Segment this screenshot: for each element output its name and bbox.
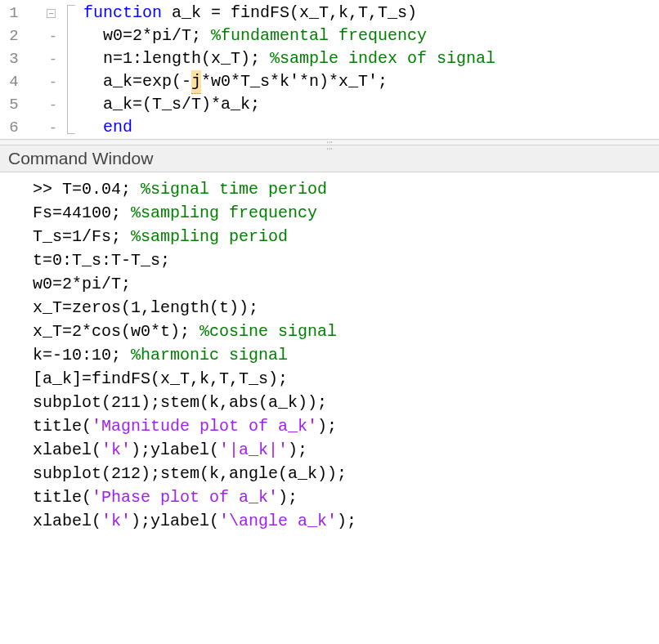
string: 'k': [101, 441, 131, 459]
fold-marker: -: [28, 70, 57, 93]
keyword: function: [83, 2, 162, 25]
code-text: );ylabel(: [131, 441, 219, 459]
code-text: Fs=44100;: [33, 203, 131, 222]
code-text: a_k = findFS(x_T,k,T,T_s): [162, 2, 417, 25]
code-text: );: [278, 488, 298, 507]
fold-marker: -: [28, 47, 57, 70]
command-line[interactable]: [a_k]=findFS(x_T,k,T,T_s);: [33, 367, 659, 391]
code-text: T_s=1/Fs;: [33, 227, 131, 246]
code-text: title(: [33, 417, 92, 436]
code-line[interactable]: a_k=(T_s/T)*a_k;: [59, 93, 659, 116]
code-text: w0=2*pi/T;: [83, 25, 211, 47]
code-text: [83, 116, 103, 139]
comment: %sampling period: [131, 227, 288, 246]
command-line[interactable]: xlabel('k');ylabel('\angle a_k');: [33, 509, 659, 533]
code-text: x_T=2*cos(w0*t);: [33, 322, 199, 341]
code-line[interactable]: function a_k = findFS(x_T,k,T,T_s): [59, 2, 659, 25]
code-text: xlabel(: [33, 441, 101, 459]
comment: %harmonic signal: [131, 346, 288, 364]
line-number: 3: [0, 47, 28, 70]
command-line[interactable]: subplot(212);stem(k,angle(a_k));: [33, 462, 659, 485]
string: 'Phase plot of a_k': [92, 488, 278, 507]
code-text: xlabel(: [33, 512, 101, 530]
code-line[interactable]: n=1:length(x_T); %sample index of signal: [59, 47, 659, 70]
comment: %signal time period: [141, 180, 327, 199]
command-line[interactable]: k=-10:10; %harmonic signal: [33, 343, 659, 367]
line-number: 4: [0, 70, 28, 93]
code-line[interactable]: a_k=exp(-j*w0*T_s*k'*n)*x_T';: [59, 70, 659, 93]
code-text: );: [288, 441, 307, 459]
fold-toggle[interactable]: −: [28, 2, 57, 25]
code-text: a_k=exp(-: [83, 70, 191, 93]
pane-divider[interactable]: [0, 139, 659, 145]
command-line[interactable]: subplot(211);stem(k,abs(a_k));: [33, 391, 659, 414]
code-text: );: [337, 512, 356, 530]
line-number: 2: [0, 25, 28, 47]
code-line[interactable]: end: [59, 116, 659, 139]
code-text: subplot(212);stem(k,angle(a_k));: [33, 464, 347, 483]
comment: %sampling frequency: [131, 203, 317, 222]
command-line[interactable]: title('Magnitude plot of a_k');: [33, 414, 659, 438]
code-text: w0=2*pi/T;: [33, 275, 131, 293]
fold-marker: -: [28, 25, 57, 47]
comment: %cosine signal: [199, 322, 337, 341]
drag-handle-icon: [317, 141, 342, 145]
code-editor[interactable]: function a_k = findFS(x_T,k,T,T_s) w0=2*…: [57, 0, 659, 139]
code-line[interactable]: w0=2*pi/T; %fundamental frequency: [59, 25, 659, 47]
command-line[interactable]: t=0:T_s:T-T_s;: [33, 248, 659, 272]
fold-marker: -: [28, 116, 57, 139]
code-text: *w0*T_s*k'*n)*x_T';: [201, 70, 388, 93]
command-line[interactable]: w0=2*pi/T;: [33, 272, 659, 296]
code-text: subplot(211);stem(k,abs(a_k));: [33, 393, 327, 412]
command-window[interactable]: >> T=0.04; %signal time period Fs=44100;…: [0, 172, 659, 538]
command-line[interactable]: x_T=2*cos(w0*t); %cosine signal: [33, 320, 659, 343]
line-number: 6: [0, 116, 28, 139]
line-number-gutter: 1 2 3 4 5 6: [0, 0, 28, 139]
keyword: end: [103, 116, 132, 139]
command-line[interactable]: x_T=zeros(1,length(t));: [33, 296, 659, 320]
command-line[interactable]: Fs=44100; %sampling frequency: [33, 201, 659, 225]
editor-pane: 1 2 3 4 5 6 − - - - - - function a_k = f…: [0, 0, 659, 139]
fold-gutter: − - - - - -: [28, 0, 57, 139]
line-number: 5: [0, 93, 28, 116]
command-line[interactable]: T_s=1/Fs; %sampling period: [33, 225, 659, 248]
string: '\angle a_k': [219, 512, 337, 530]
fold-marker: -: [28, 93, 57, 116]
warning-highlight: j: [191, 70, 201, 94]
code-text: k=-10:10;: [33, 346, 131, 364]
command-line[interactable]: xlabel('k');ylabel('|a_k|');: [33, 438, 659, 462]
code-text: );ylabel(: [131, 512, 219, 530]
code-fold-bracket: [67, 5, 75, 134]
code-text: T=0.04;: [62, 180, 141, 199]
code-text: );: [317, 417, 337, 436]
string: 'k': [101, 512, 131, 530]
line-number: 1: [0, 2, 28, 25]
code-text: x_T=zeros(1,length(t));: [33, 298, 258, 317]
comment: %sample index of signal: [270, 47, 495, 70]
string: '|a_k|': [219, 441, 288, 459]
command-line[interactable]: title('Phase plot of a_k');: [33, 485, 659, 509]
comment: %fundamental frequency: [211, 25, 427, 47]
code-text: n=1:length(x_T);: [83, 47, 270, 70]
string: 'Magnitude plot of a_k': [92, 417, 317, 436]
code-text: [a_k]=findFS(x_T,k,T,T_s);: [33, 369, 288, 388]
code-text: a_k=(T_s/T)*a_k;: [83, 93, 260, 116]
code-text: title(: [33, 488, 92, 507]
code-text: t=0:T_s:T-T_s;: [33, 251, 170, 270]
command-line[interactable]: >> T=0.04; %signal time period: [33, 177, 659, 201]
prompt: >>: [33, 180, 62, 199]
